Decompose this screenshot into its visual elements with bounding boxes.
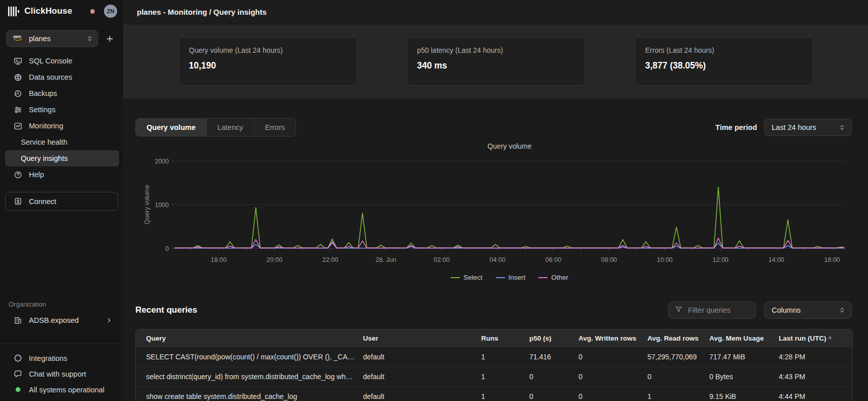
recent-controls: Columns: [668, 302, 852, 319]
table-cell: select distrinct(query_id) from system.d…: [136, 373, 363, 381]
sidebar-item-label: Monitoring: [29, 122, 63, 130]
svg-text:06:00: 06:00: [546, 256, 561, 263]
column-header-last-run-utc[interactable]: Last run (UTC)^: [779, 335, 852, 342]
table-cell: 1: [481, 392, 529, 400]
sidebar-item-sql-console[interactable]: SQL Console: [5, 53, 119, 69]
sidebar-item-label: SQL Console: [29, 57, 73, 65]
table-cell: 57,295,770,069: [647, 353, 709, 361]
sidebar-item-query-insights[interactable]: Query insights: [5, 150, 119, 166]
sidebar-item-monitoring[interactable]: Monitoring: [5, 118, 119, 134]
topbar: planes - Monitoring / Query insights: [123, 0, 868, 24]
settings-icon: [14, 106, 22, 114]
sidebar-item-label: Settings: [29, 106, 55, 114]
stat-card-p50-latency-last-24-hours: p50 latency (Last 24 hours) 340 ms: [407, 37, 585, 86]
time-period-select[interactable]: Last 24 hours: [764, 119, 852, 136]
table-row[interactable]: SELECT CAST(round(pow(count() / max(coun…: [136, 347, 852, 366]
page-title: planes - Monitoring / Query insights: [137, 8, 267, 16]
columns-select[interactable]: Columns: [764, 302, 852, 319]
table-cell: 1: [481, 373, 529, 381]
sidebar-divider: [0, 344, 123, 344]
svg-text:22:00: 22:00: [322, 256, 338, 263]
service-selector[interactable]: aws planes: [6, 30, 98, 47]
sidebar-item-label: All systems operational: [29, 386, 104, 394]
stat-value: 10,190: [189, 60, 346, 71]
stat-value: 340 ms: [417, 60, 574, 71]
svg-text:16:00: 16:00: [824, 256, 840, 263]
svg-text:10:00: 10:00: [657, 256, 673, 263]
svg-text:04:00: 04:00: [490, 256, 505, 263]
sidebar-item-label: Chat with support: [29, 370, 86, 378]
stat-card-query-volume-last-24-hours: Query volume (Last 24 hours) 10,190: [178, 37, 357, 86]
svg-text:08:00: 08:00: [601, 256, 617, 263]
tab-latency[interactable]: Latency: [206, 119, 254, 136]
filter-icon: [675, 306, 682, 315]
status-dot-green: [14, 385, 22, 394]
time-period-value: Last 24 hours: [772, 123, 816, 131]
table-header-row: Query User Runs p50 (s) Avg. Written row…: [136, 329, 852, 347]
avatar[interactable]: ZN: [104, 5, 117, 18]
monitoring-icon: [14, 122, 22, 130]
sidebar-item-integrations[interactable]: Integrations: [5, 350, 119, 366]
sidebar-item-help[interactable]: Help: [5, 166, 119, 183]
stat-label: p50 latency (Last 24 hours): [417, 46, 574, 54]
column-header-avg-written-rows[interactable]: Avg. Written rows: [578, 335, 647, 342]
sidebar-item-backups[interactable]: Backups: [5, 85, 119, 102]
organization-icon: [14, 316, 22, 325]
query-volume-chart: 01000200018:0020:0022:0028. Jun02:0004:0…: [142, 152, 852, 272]
table-cell: 4:44 PM: [779, 392, 852, 400]
chat-icon: [14, 370, 22, 378]
legend-label: Insert: [509, 274, 526, 281]
column-header-p50-s[interactable]: p50 (s): [529, 335, 578, 342]
legend-swatch: [451, 277, 460, 278]
chevron-right-icon: [106, 317, 112, 323]
sidebar-item-data-sources[interactable]: Data sources: [5, 69, 119, 85]
brand-row: ClickHouse ZN: [7, 5, 117, 18]
connect-icon: [14, 197, 22, 206]
filter-queries-box[interactable]: [668, 302, 756, 319]
column-header-avg-read-rows[interactable]: Avg. Read rows: [647, 335, 709, 342]
organization-label: Organization: [9, 300, 46, 308]
legend-item-select[interactable]: Select: [451, 274, 483, 281]
table-cell: 0 Bytes: [709, 373, 779, 381]
filter-queries-input[interactable]: [687, 306, 744, 315]
sidebar-item-label: Service health: [21, 138, 67, 146]
sort-asc-icon: ^: [828, 336, 831, 342]
table-cell: 0: [578, 373, 647, 381]
backups-icon: [14, 89, 22, 98]
console-icon: [14, 57, 22, 65]
legend-swatch: [496, 277, 505, 278]
connect-button[interactable]: Connect: [5, 192, 118, 211]
tab-errors[interactable]: Errors: [254, 119, 296, 136]
table-row[interactable]: show create table system.distributed_cac…: [136, 386, 852, 401]
stat-label: Errors (Last 24 hours): [645, 46, 803, 54]
column-header-runs[interactable]: Runs: [481, 335, 529, 342]
stats-band: Query volume (Last 24 hours) 10,190 p50 …: [123, 24, 868, 98]
table-cell: 0: [529, 392, 578, 400]
add-service-button[interactable]: [104, 34, 115, 44]
sidebar-item-service-health[interactable]: Service health: [5, 134, 119, 150]
series-other: [174, 238, 845, 248]
columns-label: Columns: [772, 306, 801, 314]
data-sources-icon: [14, 73, 22, 82]
organization-item[interactable]: ADSB.exposed: [5, 312, 119, 329]
column-header-user[interactable]: User: [363, 335, 481, 342]
app-root: ClickHouse ZN aws planes SQL Console Dat…: [0, 0, 868, 401]
notification-dot: [90, 9, 95, 14]
sidebar-nav: SQL Console Data sources Backups Setting…: [5, 53, 119, 183]
column-header-query[interactable]: Query: [136, 335, 363, 342]
recent-queries-title: Recent queries: [135, 305, 197, 315]
table-cell: 0: [578, 353, 647, 361]
sidebar-item-all-systems-operational[interactable]: All systems operational: [5, 382, 119, 397]
table-row[interactable]: select distrinct(query_id) from system.d…: [136, 366, 852, 386]
main-area: planes - Monitoring / Query insights Que…: [123, 0, 868, 401]
tab-query-volume[interactable]: Query volume: [136, 119, 206, 136]
recent-queries-table: Query User Runs p50 (s) Avg. Written row…: [135, 329, 853, 401]
svg-text:20:00: 20:00: [267, 256, 282, 263]
sidebar-item-settings[interactable]: Settings: [5, 102, 119, 118]
column-header-avg-mem-usage[interactable]: Avg. Mem Usage: [709, 335, 779, 342]
sidebar-footer: Integrations Chat with support All syste…: [5, 350, 119, 397]
sidebar-item-chat-with-support[interactable]: Chat with support: [5, 366, 119, 382]
table-cell: 4:28 PM: [779, 353, 852, 361]
legend-item-other[interactable]: Other: [538, 274, 568, 281]
legend-item-insert[interactable]: Insert: [496, 274, 526, 281]
